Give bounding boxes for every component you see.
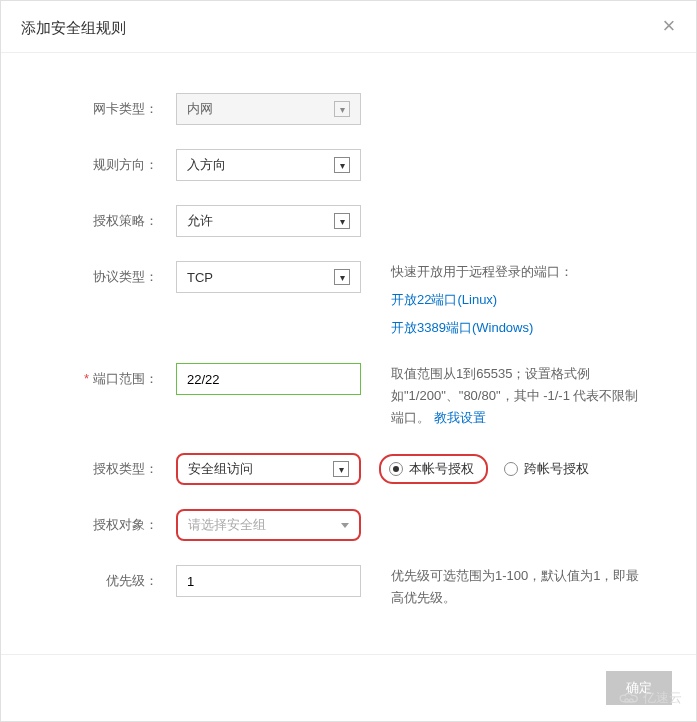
chevron-down-icon: ▾ (333, 461, 349, 477)
label-protocol: 协议类型： (21, 261, 176, 293)
radio-same-account-label: 本帐号授权 (409, 460, 474, 478)
input-port-range[interactable] (176, 363, 361, 395)
chevron-down-icon: ▾ (334, 213, 350, 229)
watermark-text: 亿速云 (643, 689, 682, 707)
required-indicator: * (84, 371, 89, 386)
protocol-help: 快速开放用于远程登录的端口： 开放22端口(Linux) 开放3389端口(Wi… (391, 261, 651, 339)
label-nic-type: 网卡类型： (21, 93, 176, 125)
radio-icon (504, 462, 518, 476)
select-nic-type-value: 内网 (187, 100, 213, 118)
radio-icon (389, 462, 403, 476)
priority-help: 优先级可选范围为1-100，默认值为1，即最高优先级。 (391, 565, 651, 609)
radio-cross-account-label: 跨帐号授权 (524, 460, 589, 478)
modal-footer: 确定 亿速云 (1, 654, 696, 721)
input-priority[interactable] (176, 565, 361, 597)
port-range-help-text: 取值范围从1到65535；设置格式例如"1/200"、"80/80"，其中 -1… (391, 366, 638, 425)
chevron-down-icon: ▾ (334, 269, 350, 285)
port-range-help: 取值范围从1到65535；设置格式例如"1/200"、"80/80"，其中 -1… (391, 363, 651, 429)
row-nic-type: 网卡类型： 内网 ▾ (21, 93, 676, 125)
modal-title: 添加安全组规则 (21, 19, 676, 38)
link-teach-me[interactable]: 教我设置 (434, 410, 486, 425)
modal-body: 网卡类型： 内网 ▾ 规则方向： 入方向 ▾ 授权策略： (1, 53, 696, 653)
modal-header: 添加安全组规则 × (1, 1, 696, 53)
radio-cross-account[interactable]: 跨帐号授权 (496, 456, 597, 482)
row-priority: 优先级： 优先级可选范围为1-100，默认值为1，即最高优先级。 (21, 565, 676, 609)
select-auth-type[interactable]: 安全组访问 ▾ (176, 453, 361, 485)
label-policy: 授权策略： (21, 205, 176, 237)
watermark: 亿速云 (618, 689, 682, 707)
link-open-22[interactable]: 开放22端口(Linux) (391, 289, 651, 311)
row-auth-object: 授权对象： 请选择安全组 (21, 509, 676, 541)
select-direction[interactable]: 入方向 ▾ (176, 149, 361, 181)
row-port-range: *端口范围： 取值范围从1到65535；设置格式例如"1/200"、"80/80… (21, 363, 676, 429)
row-protocol: 协议类型： TCP ▾ 快速开放用于远程登录的端口： 开放22端口(Linux)… (21, 261, 676, 339)
label-port-range: *端口范围： (21, 363, 176, 395)
combo-auth-object[interactable]: 请选择安全组 (176, 509, 361, 541)
select-policy[interactable]: 允许 ▾ (176, 205, 361, 237)
chevron-down-icon: ▾ (334, 157, 350, 173)
row-direction: 规则方向： 入方向 ▾ (21, 149, 676, 181)
radio-same-account[interactable]: 本帐号授权 (379, 454, 488, 484)
row-policy: 授权策略： 允许 ▾ (21, 205, 676, 237)
label-priority: 优先级： (21, 565, 176, 597)
label-direction: 规则方向： (21, 149, 176, 181)
select-auth-type-value: 安全组访问 (188, 460, 253, 478)
modal-add-security-rule: 添加安全组规则 × 网卡类型： 内网 ▾ 规则方向： 入方向 ▾ (0, 0, 697, 722)
label-auth-object: 授权对象： (21, 509, 176, 541)
select-direction-value: 入方向 (187, 156, 226, 174)
select-policy-value: 允许 (187, 212, 213, 230)
combo-auth-object-placeholder: 请选择安全组 (188, 516, 266, 534)
select-protocol[interactable]: TCP ▾ (176, 261, 361, 293)
auth-account-radio-group: 本帐号授权 跨帐号授权 (379, 454, 597, 484)
cloud-icon (618, 690, 640, 706)
row-auth-type: 授权类型： 安全组访问 ▾ 本帐号授权 跨帐号授权 (21, 453, 676, 485)
close-icon[interactable]: × (660, 17, 678, 35)
protocol-help-intro: 快速开放用于远程登录的端口： (391, 264, 573, 279)
link-open-3389[interactable]: 开放3389端口(Windows) (391, 317, 651, 339)
select-nic-type[interactable]: 内网 ▾ (176, 93, 361, 125)
label-auth-type: 授权类型： (21, 453, 176, 485)
chevron-down-icon: ▾ (334, 101, 350, 117)
select-protocol-value: TCP (187, 270, 213, 285)
caret-down-icon (341, 523, 349, 528)
